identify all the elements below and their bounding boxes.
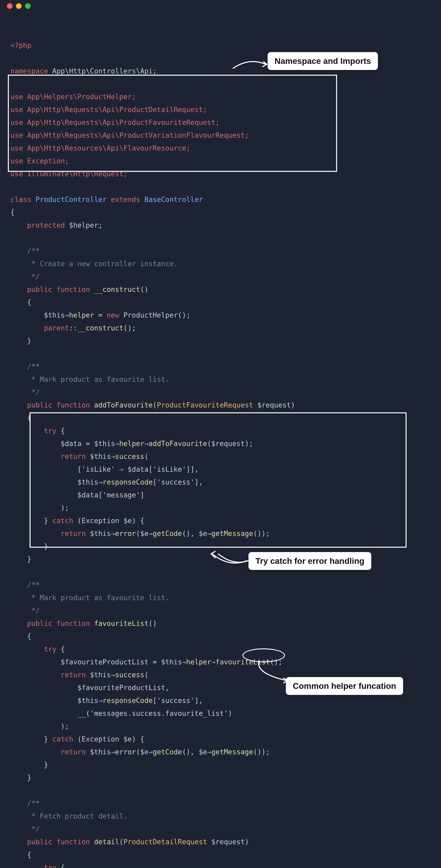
use-3: use App\Http\Requests\Api\ProductFavouri… — [10, 118, 219, 126]
m2-b5b: ('messages.success.favourite_list') — [86, 709, 232, 717]
paren: () — [140, 285, 149, 293]
cb-b: error — [115, 748, 136, 756]
m2-b4b: responseCode — [102, 696, 153, 705]
cb-f: getMessage — [211, 748, 253, 756]
traffic-light-zoom-icon[interactable] — [25, 3, 31, 9]
cb-b: error — [115, 529, 136, 537]
namespace-keyword: namespace — [10, 67, 52, 75]
m2-b5a: __ — [77, 709, 86, 717]
arrow-icon: → — [111, 453, 115, 460]
brace: { — [27, 850, 31, 859]
kw-public: public — [27, 285, 56, 293]
m1-b3c: $data['isLike']], — [123, 465, 199, 473]
m1-b1b: helper — [119, 439, 144, 447]
comment-2b: * Mark product as favourite list. — [27, 375, 169, 383]
m1-b6: ); — [61, 504, 69, 512]
m2-b6: ); — [61, 722, 69, 730]
cb-e: (), $e — [182, 748, 207, 756]
ctor-l1c: = — [98, 311, 107, 319]
catch-param: (Exception $e) { — [77, 735, 144, 743]
arrow-icon: → — [98, 696, 102, 705]
m2-b4a: $this — [77, 696, 98, 705]
return-kw: return — [61, 529, 90, 537]
comment-1c: */ — [27, 273, 40, 281]
comment-4c: */ — [27, 825, 40, 833]
m1-name: addToFavourite — [94, 401, 153, 409]
m1-b4a: $this — [77, 478, 98, 486]
brace: } — [44, 517, 52, 525]
comment-3a: /** — [27, 581, 40, 589]
m2-b2c: ( — [144, 671, 149, 679]
cb-a: $this — [90, 748, 111, 756]
class-keyword: class — [10, 195, 36, 204]
class-name: ProductController — [36, 195, 111, 204]
ctor-l1b: helper — [69, 311, 98, 319]
kw-function: function — [56, 619, 94, 627]
namespace-value: App\Http\Controllers\Api; — [52, 67, 157, 75]
traffic-light-close-icon[interactable] — [7, 3, 12, 9]
comment-2a: /** — [27, 363, 40, 370]
m2-b3: $favouriteProductList, — [77, 684, 169, 692]
m3-name: detail — [94, 838, 119, 846]
brace: } — [44, 761, 48, 769]
m2-b1a: $favouriteProductList = $this — [61, 658, 182, 666]
m2-b1b: helper — [186, 658, 211, 666]
m1-b3a: ['isLike' — [77, 465, 119, 473]
paren: ) — [291, 401, 295, 409]
comment-1a: /** — [27, 247, 40, 255]
ctor-l1d: new — [107, 311, 123, 319]
brace: { — [61, 645, 65, 653]
code-area: <?php namespace App\Http\Controllers\Api… — [0, 12, 441, 868]
m1-b2a: $this — [90, 453, 111, 460]
traffic-light-minimize-icon[interactable] — [16, 3, 22, 9]
ctor-l2d: (); — [123, 324, 136, 332]
cb-c: ($e — [136, 529, 149, 537]
m2-b2a: $this — [90, 671, 111, 679]
paren: ( — [153, 401, 157, 409]
return-kw: return — [61, 453, 90, 460]
kw-public: public — [27, 401, 56, 409]
brace: { — [27, 414, 31, 422]
m1-b1a: $data = $this — [61, 439, 115, 447]
arrow-icon: → — [207, 748, 211, 756]
m1-pvar: $request — [257, 401, 291, 409]
catch-kw: catch — [52, 735, 78, 743]
cb-d: getCode — [153, 748, 182, 756]
kw-public: public — [27, 619, 56, 627]
try-kw: try — [44, 427, 61, 435]
cb-c: ($e — [136, 748, 149, 756]
m3-pvar: $request — [211, 838, 245, 846]
m2-b4c: ['success'], — [153, 696, 203, 705]
use-1: use App\Helpers\ProductHelper; — [10, 93, 136, 101]
comment-1b: * Create a new controller instance. — [27, 260, 178, 268]
m1-b4b: responseCode — [102, 478, 153, 486]
arrow-icon: → — [65, 311, 69, 319]
cb-f: getMessage — [211, 529, 253, 537]
fat-arrow-icon: ⇒ — [119, 465, 123, 473]
brace: { — [61, 427, 65, 435]
comment-2c: */ — [27, 388, 40, 396]
kw-function: function — [56, 838, 94, 846]
brace: } — [27, 337, 31, 345]
ctor-l2b: :: — [69, 324, 77, 332]
use-2: use App\Http\Requests\Api\ProductDetailR… — [10, 105, 207, 114]
use-5: use App\Http\Resources\Api\FlavourResour… — [10, 144, 190, 152]
try-kw: try — [44, 864, 61, 868]
m1-b1d: ($request); — [207, 439, 253, 447]
kw-function: function — [56, 401, 94, 409]
m1-b1c: addToFavourite — [149, 439, 207, 447]
php-open-tag: <?php — [10, 41, 31, 49]
cb-g: ()); — [253, 748, 270, 756]
m1-b2b: success — [115, 453, 144, 460]
cb-a: $this — [90, 529, 111, 537]
arrow-icon: → — [98, 478, 102, 486]
arrow-icon: → — [115, 439, 119, 447]
ctor-l2a: parent — [44, 324, 69, 332]
prop-var: $helper; — [69, 221, 102, 229]
brace: } — [44, 542, 48, 550]
catch-kw: catch — [52, 517, 78, 525]
m1-b5: $data['message'] — [77, 491, 144, 499]
cb-e: (), $e — [182, 529, 207, 537]
paren: ) — [245, 838, 249, 846]
ctor-l1a: $this — [44, 311, 65, 319]
